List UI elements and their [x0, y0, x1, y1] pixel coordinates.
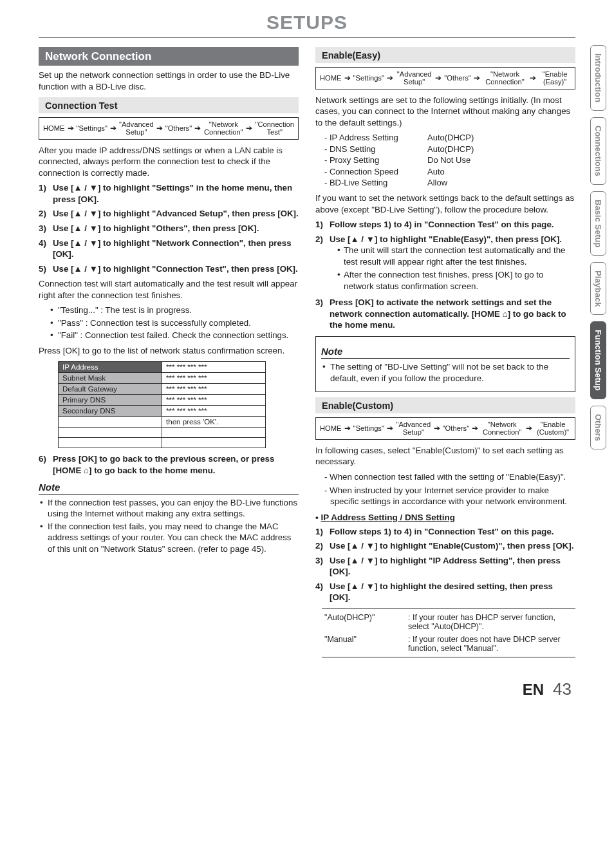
td-value: *** *** *** *** — [162, 373, 266, 384]
section-network-connection: Network Connection — [39, 47, 299, 66]
side-tabs: Introduction Connections Basic Setup Pla… — [590, 45, 606, 449]
bc-item: "Enable (Easy)" — [539, 70, 571, 86]
page-footer: EN 43 — [39, 679, 575, 699]
default-val: Do Not Use — [427, 155, 470, 166]
step-6: Press [OK] to go back to the previous sc… — [53, 453, 299, 476]
default-key: - Proxy Setting — [324, 155, 427, 166]
custom-step-1: Follow steps 1) to 4) in "Connection Tes… — [330, 526, 575, 538]
arrow-icon: ➔ — [434, 424, 440, 433]
note-heading: Note — [39, 482, 299, 495]
default-val: Auto — [427, 166, 445, 178]
bc-item: HOME — [320, 74, 342, 82]
default-key: - BD-Live Setting — [324, 177, 427, 189]
steps-list-2: 6)Press [OK] to go back to the previous … — [39, 453, 299, 476]
step-3: Use [▲ / ▼] to highlight "Others", then … — [53, 223, 299, 234]
bc-item: "Others" — [444, 74, 471, 82]
paragraph: Connection test will start automatically… — [39, 278, 299, 301]
columns: Network Connection Set up the network co… — [39, 47, 575, 660]
paragraph: If you want to set the network settings … — [315, 193, 575, 215]
right-column: Enable(Easy) HOME➔ "Settings"➔ "Advanced… — [315, 47, 575, 660]
steps-list: 1)Use [▲ / ▼] to highlight "Settings" in… — [39, 182, 299, 274]
bullet: "Fail" : Connection test failed. Check t… — [58, 330, 299, 341]
arrow-icon: ➔ — [68, 124, 74, 133]
subsection-connection-test: Connection Test — [39, 97, 299, 113]
arrow-icon: ➔ — [472, 424, 478, 433]
arrow-icon: ➔ — [110, 124, 116, 133]
tab-basic-setup[interactable]: Basic Setup — [590, 191, 606, 256]
note-bullets: If the connection test passes, you can e… — [48, 497, 299, 555]
dash-item: - When connection test failed with the s… — [324, 471, 575, 482]
page-number: 43 — [553, 679, 572, 699]
default-val: Allow — [427, 177, 447, 189]
td-key: Subnet Mask — [59, 373, 162, 384]
th-ip: IP Address — [59, 362, 162, 373]
step-4: Use [▲ / ▼] to highlight "Network Connec… — [53, 238, 299, 260]
choice-key: "Auto(DHCP)" — [324, 613, 408, 631]
sub-bullet: After the connection test finishes, pres… — [344, 269, 575, 292]
td-key: Default Gateway — [59, 384, 162, 395]
ip-dns-heading: • IP Address Setting / DNS Setting — [315, 513, 575, 522]
page: SETUPS Introduction Connections Basic Se… — [0, 0, 614, 719]
note-box: Note The setting of "BD-Live Setting" wi… — [315, 336, 575, 392]
tab-introduction[interactable]: Introduction — [590, 45, 606, 111]
arrow-icon: ➔ — [387, 74, 393, 82]
note-item: If the connection test fails, you may ne… — [48, 521, 299, 555]
ip-dns-heading-text: IP Address Setting / DNS Setting — [321, 513, 455, 522]
bullet: "Pass" : Connection test is successfully… — [58, 317, 299, 329]
arrow-icon: ➔ — [526, 424, 532, 433]
easy-step-2: Use [▲ / ▼] to highlight "Enable(Easy)",… — [330, 234, 575, 294]
choice-key: "Manual" — [324, 635, 408, 653]
note-bullets: The setting of "BD-Live Setting" will no… — [330, 361, 570, 384]
default-settings: - IP Address SettingAuto(DHCP) - DNS Set… — [324, 132, 575, 189]
breadcrumb-enable-custom: HOME➔ "Settings"➔ "Advanced Setup"➔ "Oth… — [315, 417, 575, 440]
td-footer: then press 'OK'. — [162, 417, 266, 428]
subsection-enable-easy: Enable(Easy) — [315, 47, 575, 63]
step-5: Use [▲ / ▼] to highlight "Connection Tes… — [53, 263, 299, 275]
default-key: - Connection Speed — [324, 166, 427, 178]
page-title: SETUPS — [39, 12, 575, 33]
td-value: *** *** *** *** — [162, 395, 266, 406]
td-key: Primary DNS — [59, 395, 162, 406]
arrow-icon: ➔ — [194, 124, 201, 133]
easy-step-2-text: Use [▲ / ▼] to highlight "Enable(Easy)",… — [330, 234, 562, 244]
bc-item: "Settings" — [353, 74, 384, 82]
td-value: *** *** *** *** — [162, 362, 266, 373]
choice-val: : If your router does not have DHCP serv… — [408, 635, 573, 653]
sub-bullet: The unit will start the connection test … — [344, 245, 575, 267]
paragraph: In following cases, select "Enable(Custo… — [315, 445, 575, 467]
bc-item: HOME — [320, 424, 342, 432]
bc-item: "Connection Test" — [255, 120, 294, 137]
arrow-icon: ➔ — [156, 124, 163, 133]
tab-connections[interactable]: Connections — [590, 117, 606, 185]
tab-others[interactable]: Others — [590, 406, 606, 449]
default-key: - IP Address Setting — [324, 132, 427, 144]
easy-step-2-sub: The unit will start the connection test … — [344, 245, 575, 292]
easy-step-1: Follow steps 1) to 4) in "Connection Tes… — [330, 219, 575, 231]
bc-item: "Network Connection" — [483, 70, 527, 86]
arrow-icon: ➔ — [435, 74, 442, 82]
paragraph: After you made IP address/DNS settings o… — [39, 145, 299, 179]
custom-step-2: Use [▲ / ▼] to highlight "Enable(Custom)… — [330, 540, 575, 552]
td-value: *** *** *** *** — [162, 406, 266, 417]
tab-function-setup[interactable]: Function Setup — [590, 321, 606, 399]
default-val: Auto(DHCP) — [427, 132, 474, 144]
bc-item: "Advanced Setup" — [396, 70, 433, 86]
note-heading: Note — [321, 346, 570, 359]
custom-steps: 1)Follow steps 1) to 4) in "Connection T… — [315, 526, 575, 603]
arrow-icon: ➔ — [344, 424, 351, 433]
bc-item: "Network Connection" — [203, 120, 243, 137]
dhcp-choice-table: "Auto(DHCP)" : If your router has DHCP s… — [322, 609, 575, 657]
paragraph: Press [OK] to go to the list of network … — [39, 345, 299, 357]
tab-playback[interactable]: Playback — [590, 262, 606, 315]
note-item: If the connection test passes, you can e… — [48, 497, 299, 520]
default-key: - DNS Setting — [324, 144, 427, 155]
paragraph: Network settings are set to the followin… — [315, 95, 575, 129]
breadcrumb-connection-test: HOME➔ "Settings"➔ "Advanced Setup"➔ "Oth… — [39, 117, 299, 140]
bc-item: "Settings" — [77, 124, 107, 132]
bullet: "Testing..." : The test is in progress. — [58, 305, 299, 316]
custom-step-4: Use [▲ / ▼] to highlight the desired set… — [330, 581, 575, 603]
left-column: Network Connection Set up the network co… — [39, 47, 299, 660]
bc-item: "Enable (Custom)" — [535, 420, 571, 437]
arrow-icon: ➔ — [474, 74, 480, 82]
intro-text: Set up the network connection settings i… — [39, 70, 299, 92]
